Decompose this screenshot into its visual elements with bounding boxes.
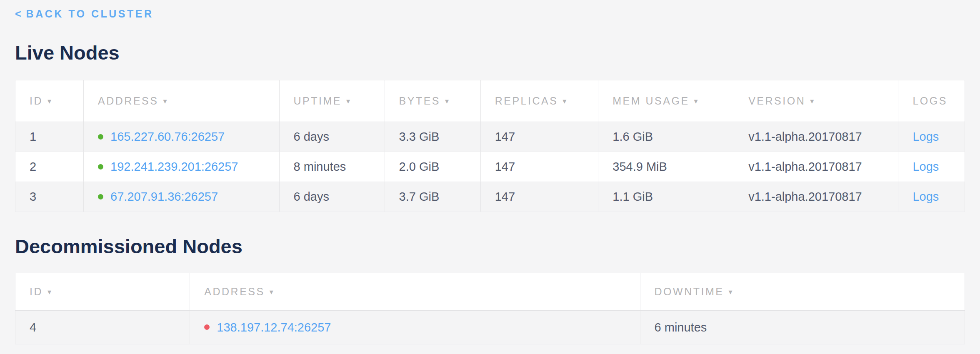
- column-header-mem_usage[interactable]: MEM USAGE▾: [598, 80, 734, 122]
- logs-link[interactable]: Logs: [912, 190, 939, 203]
- sort-arrow-icon: ▾: [48, 288, 51, 296]
- column-label: ADDRESS: [98, 95, 158, 107]
- sort-arrow-icon: ▾: [163, 97, 167, 105]
- address-link[interactable]: 138.197.12.74:26257: [217, 321, 331, 334]
- column-header-id[interactable]: ID▾: [15, 80, 84, 122]
- column-header-version[interactable]: VERSION▾: [734, 80, 898, 122]
- address-link[interactable]: 165.227.60.76:26257: [110, 130, 225, 143]
- cell-uptime: 8 minutes: [279, 152, 385, 182]
- column-header-address[interactable]: ADDRESS▾: [84, 80, 279, 122]
- cell-bytes: 3.3 GiB: [385, 122, 480, 152]
- decommissioned-nodes-table: ID▾ADDRESS▾DOWNTIME▾ 4138.197.12.74:2625…: [15, 273, 965, 344]
- decommissioned-status-icon: [204, 324, 210, 330]
- column-header-bytes[interactable]: BYTES▾: [385, 80, 480, 122]
- cell-version: v1.1-alpha.20170817: [734, 182, 898, 212]
- cell-mem_usage: 1.1 GiB: [598, 182, 734, 212]
- cell-id: 1: [15, 122, 84, 152]
- table-row: 1165.227.60.76:262576 days3.3 GiB1471.6 …: [15, 122, 965, 152]
- table-row: 4138.197.12.74:262576 minutes: [15, 311, 965, 344]
- column-label: REPLICAS: [495, 95, 558, 107]
- live-status-icon: [98, 194, 103, 199]
- cell-version: v1.1-alpha.20170817: [734, 152, 898, 182]
- cell-address: 192.241.239.201:26257: [84, 152, 279, 182]
- sort-arrow-icon: ▾: [694, 97, 698, 105]
- live-nodes-table: ID▾ADDRESS▾UPTIME▾BYTES▾REPLICAS▾MEM USA…: [15, 80, 965, 212]
- back-chevron-icon: <: [15, 7, 21, 20]
- live-nodes-section: Live Nodes ID▾ADDRESS▾UPTIME▾BYTES▾REPLI…: [15, 42, 965, 212]
- logs-link[interactable]: Logs: [912, 130, 939, 143]
- cell-id: 3: [15, 182, 84, 212]
- cell-downtime: 6 minutes: [640, 311, 965, 344]
- cell-uptime: 6 days: [279, 182, 385, 212]
- column-header-replicas[interactable]: REPLICAS▾: [480, 80, 598, 122]
- live-status-icon: [98, 134, 103, 140]
- cell-address: 165.227.60.76:26257: [84, 122, 279, 152]
- cell-mem_usage: 354.9 MiB: [598, 152, 734, 182]
- column-label: VERSION: [748, 95, 805, 107]
- column-label: BYTES: [399, 95, 440, 107]
- live-status-icon: [98, 164, 103, 170]
- header-row: ID▾ADDRESS▾UPTIME▾BYTES▾REPLICAS▾MEM USA…: [15, 80, 965, 122]
- decommissioned-nodes-title: Decommissioned Nodes: [15, 235, 965, 258]
- sort-arrow-icon: ▾: [728, 288, 732, 296]
- cell-id: 2: [15, 152, 84, 182]
- column-label: MEM USAGE: [612, 95, 689, 107]
- column-label: UPTIME: [294, 95, 342, 107]
- nodes-page: < BACK TO CLUSTER Live Nodes ID▾ADDRESS▾…: [0, 0, 980, 344]
- address-link[interactable]: 67.207.91.36:26257: [110, 190, 218, 203]
- column-header-uptime[interactable]: UPTIME▾: [279, 80, 385, 122]
- cell-replicas: 147: [480, 152, 598, 182]
- cell-version: v1.1-alpha.20170817: [734, 122, 898, 152]
- cell-logs: Logs: [898, 152, 965, 182]
- cell-address: 138.197.12.74:26257: [190, 311, 640, 344]
- cell-bytes: 3.7 GiB: [385, 182, 480, 212]
- column-header-address[interactable]: ADDRESS▾: [190, 273, 640, 311]
- back-link-label: BACK TO CLUSTER: [26, 7, 154, 20]
- cell-mem_usage: 1.6 GiB: [598, 122, 734, 152]
- cell-replicas: 147: [480, 182, 598, 212]
- cell-logs: Logs: [898, 182, 965, 212]
- decommissioned-nodes-section: Decommissioned Nodes ID▾ADDRESS▾DOWNTIME…: [15, 235, 965, 344]
- cell-uptime: 6 days: [279, 122, 385, 152]
- logs-link[interactable]: Logs: [912, 160, 939, 173]
- sort-arrow-icon: ▾: [810, 97, 814, 105]
- sort-arrow-icon: ▾: [48, 97, 51, 105]
- live-nodes-title: Live Nodes: [15, 42, 965, 64]
- column-label: DOWNTIME: [655, 286, 724, 297]
- table-row: 2192.241.239.201:262578 minutes2.0 GiB14…: [15, 152, 965, 182]
- back-to-cluster-link[interactable]: < BACK TO CLUSTER: [15, 7, 154, 20]
- address-link[interactable]: 192.241.239.201:26257: [110, 160, 238, 173]
- sort-arrow-icon: ▾: [445, 97, 449, 105]
- cell-address: 67.207.91.36:26257: [84, 182, 279, 212]
- header-row: ID▾ADDRESS▾DOWNTIME▾: [15, 273, 965, 311]
- column-header-id[interactable]: ID▾: [15, 273, 190, 311]
- cell-id: 4: [15, 311, 190, 344]
- column-label: ID: [30, 95, 43, 107]
- cell-bytes: 2.0 GiB: [385, 152, 480, 182]
- column-label: ADDRESS: [204, 286, 265, 297]
- column-label: LOGS: [912, 95, 947, 107]
- column-label: ID: [30, 286, 43, 297]
- column-header-logs: LOGS: [898, 80, 965, 122]
- sort-arrow-icon: ▾: [346, 97, 350, 105]
- table-row: 367.207.91.36:262576 days3.7 GiB1471.1 G…: [15, 182, 965, 212]
- cell-logs: Logs: [898, 122, 965, 152]
- sort-arrow-icon: ▾: [270, 288, 273, 296]
- column-header-downtime[interactable]: DOWNTIME▾: [640, 273, 965, 311]
- sort-arrow-icon: ▾: [562, 97, 566, 105]
- cell-replicas: 147: [480, 122, 598, 152]
